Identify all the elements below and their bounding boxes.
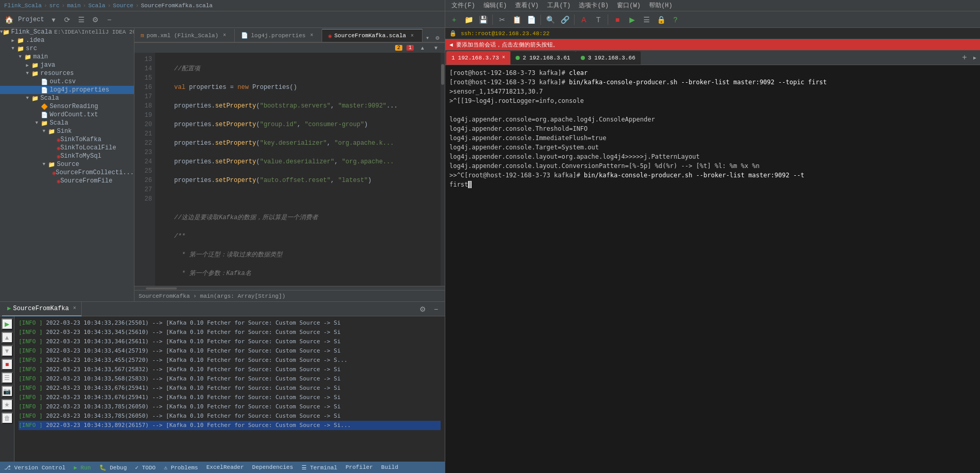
tree-item-wordcount[interactable]: 📄 WordCount.txt	[0, 111, 134, 119]
breadcrumb-item[interactable]: Source	[113, 3, 133, 9]
code-content[interactable]: //配置项 val properties = new Properties() …	[155, 53, 441, 286]
term-help-btn[interactable]: ?	[669, 13, 682, 26]
breadcrumb-item[interactable]: main	[67, 3, 81, 9]
menu-help[interactable]: 帮助(H)	[645, 0, 677, 11]
status-build[interactable]: Build	[381, 464, 398, 470]
run-settings-btn[interactable]: ⚙	[416, 303, 429, 315]
terminal-menu-bar: 文件(F) 编辑(E) 查看(V) 工具(T) 选项卡(B) 窗口(W) 帮助(…	[445, 0, 980, 11]
terminal-tab-2[interactable]: 2 192.168.3.61	[510, 51, 576, 65]
tab-pom[interactable]: m pom.xml (Flink_Scala) ×	[134, 29, 235, 42]
dropdown-btn[interactable]: ▾	[47, 13, 60, 26]
breadcrumb-item[interactable]: Scala	[88, 3, 105, 9]
tree-item-src[interactable]: ▼ 📁 src	[0, 44, 134, 53]
term-folder-btn[interactable]: 📁	[462, 13, 475, 26]
term-paste-btn[interactable]: 📄	[524, 13, 538, 26]
run-step-down-btn[interactable]: ▼	[2, 345, 13, 357]
warning-up-btn[interactable]: ▲	[418, 43, 427, 53]
terminal-line: [root@host-192-168-3-73 kafka]# clear	[449, 68, 976, 78]
term-new-btn[interactable]: +	[447, 13, 461, 26]
status-excelreader[interactable]: ExcelReader	[206, 464, 244, 470]
run-step-up-btn[interactable]: ▲	[2, 332, 13, 343]
status-profiler[interactable]: Profiler	[345, 464, 373, 470]
run-star-btn[interactable]: ★	[2, 399, 13, 410]
tree-item-log4j[interactable]: 📄 log4j.properties	[0, 86, 134, 94]
term-play-btn[interactable]: ▶	[625, 13, 639, 26]
warning-down-btn[interactable]: ▼	[431, 43, 441, 53]
term-list-btn[interactable]: ☰	[640, 13, 653, 26]
tree-item-java[interactable]: ▶ 📁 java	[0, 61, 134, 69]
run-tab[interactable]: ▶ SourceFromKafka ×	[2, 302, 82, 316]
tab-close[interactable]: ×	[502, 55, 505, 60]
term-stop-btn[interactable]: ■	[611, 13, 624, 26]
status-terminal[interactable]: ☰ Terminal	[301, 464, 337, 471]
menu-tools[interactable]: 工具(T)	[543, 0, 575, 11]
tree-item-main[interactable]: ▼ 📁 main	[0, 53, 134, 61]
status-debug[interactable]: 🐛 Debug	[99, 464, 127, 471]
term-cut-btn[interactable]: ✂	[495, 13, 509, 26]
tab-close-btn[interactable]: ×	[308, 32, 315, 39]
menu-file[interactable]: 文件(F)	[447, 0, 479, 11]
editor-scrollbar[interactable]	[441, 53, 445, 286]
terminal-line: log4j.appender.console.Threshold=INFO	[449, 124, 976, 133]
status-problems[interactable]: ⚠ Problems	[164, 464, 198, 471]
tab-log4j[interactable]: 📄 log4j.properties ×	[235, 29, 322, 42]
tree-item-outcsv[interactable]: 📄 out.csv	[0, 78, 134, 86]
tree-item-sinktokafka[interactable]: ◉ SinkToKafka	[0, 135, 134, 144]
menu-tabs[interactable]: 选项卡(B)	[575, 0, 613, 11]
tab-sourcefromkafka[interactable]: ◉ SourceFromKafka.scala ×	[322, 29, 423, 42]
tree-item-project[interactable]: ▼ 📁 Flink_Scala E:\IDEA\IntelliJ IDEA 20…	[0, 28, 134, 36]
terminal-tab-3[interactable]: 3 192.168.3.66	[576, 51, 641, 65]
term-font-btn[interactable]: T	[592, 13, 605, 26]
tree-item-sink[interactable]: ▼ 📁 Sink	[0, 127, 134, 135]
menu-window[interactable]: 窗口(W)	[613, 0, 645, 11]
run-list-btn[interactable]: ☰	[2, 372, 13, 384]
breadcrumb-item[interactable]: Flink_Scala	[4, 3, 42, 9]
nav-btn2[interactable]: ☰	[74, 13, 88, 26]
code-editor[interactable]: 131415161718 192021222324 25262728 //配置项…	[134, 53, 445, 290]
status-version-control[interactable]: ⎇ Version Control	[4, 464, 66, 471]
tree-item-source[interactable]: ▼ 📁 Source	[0, 160, 134, 169]
term-color-btn[interactable]: A	[577, 13, 591, 26]
tree-item-sourcefromcollection[interactable]: ◉ SourceFromCollecti...	[0, 169, 134, 177]
tab-close-btn[interactable]: ×	[221, 32, 228, 39]
terminal-add-tab-btn[interactable]: +	[958, 52, 971, 64]
run-play-btn[interactable]: ▶	[2, 318, 13, 330]
minimize-btn[interactable]: −	[102, 13, 116, 26]
tree-item-sensorreading[interactable]: 🔶 SensorReading	[0, 102, 134, 111]
breadcrumb-item[interactable]: src	[49, 3, 59, 9]
status-dependencies[interactable]: Dependencies	[252, 464, 293, 470]
terminal-scroll-right[interactable]: ▶	[971, 51, 979, 65]
tree-item-sinktomysql[interactable]: ◉ SinkToMySql	[0, 152, 134, 160]
tree-item-scala-folder[interactable]: ▼ 📁 Scala	[0, 94, 134, 102]
tab-settings-btn[interactable]: ⚙	[432, 34, 442, 42]
project-label[interactable]: Project	[16, 16, 46, 23]
tab-more-btn[interactable]: ▾	[423, 34, 432, 42]
status-todo[interactable]: ✓ TODO	[135, 464, 156, 471]
term-copy-btn[interactable]: 📋	[510, 13, 523, 26]
editor-hscrollbar[interactable]	[134, 286, 445, 290]
terminal-output[interactable]: [root@host-192-168-3-73 kafka]# clear [r…	[445, 65, 980, 473]
term-lock-btn[interactable]: 🔒	[654, 13, 668, 26]
menu-edit[interactable]: 编辑(E)	[479, 0, 511, 11]
term-link-btn[interactable]: 🔗	[558, 13, 571, 26]
terminal-tab-1[interactable]: 1 192.168.3.73 ×	[446, 51, 510, 65]
run-stop-btn[interactable]: ■	[2, 359, 13, 370]
status-run[interactable]: ▶ Run	[74, 464, 91, 471]
settings-icon[interactable]: ⚙	[88, 13, 102, 26]
term-save-btn[interactable]: 💾	[476, 13, 490, 26]
run-trash-btn[interactable]: 🗑	[2, 413, 13, 424]
tree-item-idea[interactable]: ▶ 📁 .idea	[0, 36, 134, 44]
run-minimize-btn[interactable]: −	[429, 303, 443, 315]
project-icon[interactable]: 🏠	[2, 13, 16, 26]
run-tab-close[interactable]: ×	[73, 306, 76, 311]
nav-btn1[interactable]: ⟳	[61, 13, 74, 26]
menu-view[interactable]: 查看(V)	[511, 0, 543, 11]
term-search-btn[interactable]: 🔍	[544, 13, 557, 26]
tab-close-btn[interactable]: ×	[409, 32, 416, 39]
terminal-line: log4j.appender.console.ImmediateFlush=tr…	[449, 133, 976, 143]
run-camera-btn[interactable]: 📷	[2, 386, 13, 397]
tree-item-scala2[interactable]: ▼ 📁 Scala	[0, 119, 134, 127]
tree-item-resources[interactable]: ▼ 📁 resources	[0, 69, 134, 78]
tree-item-sinktolocalfile[interactable]: ◉ SinkToLocalFile	[0, 144, 134, 152]
tree-item-sourcefromfile[interactable]: ◉ SourceFromFile	[0, 177, 134, 185]
